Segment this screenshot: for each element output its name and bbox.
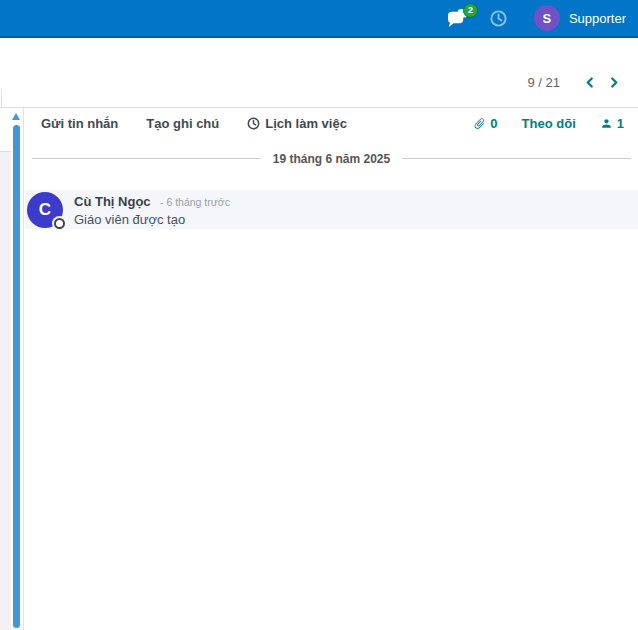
activities-menu-button[interactable] <box>489 9 508 28</box>
message-header: Cù Thị Ngọc - 6 tháng trước <box>74 191 230 211</box>
date-separator: 19 tháng 6 năm 2025 <box>25 138 638 179</box>
person-icon <box>600 117 613 130</box>
chevron-right-icon <box>608 76 620 89</box>
message-author-name: Cù Thị Ngọc <box>74 194 151 209</box>
message-body: Giáo viên được tạo <box>74 212 230 228</box>
separator-line <box>32 158 261 159</box>
follow-button[interactable]: Theo dõi <box>522 116 576 131</box>
pager-value: 9 / 21 <box>527 75 560 90</box>
content-area: Gửi tin nhắn Tạo ghi chú Lịch làm việc <box>0 107 638 630</box>
author-status-icon <box>54 218 65 229</box>
scrollbar-thumb[interactable] <box>13 125 20 628</box>
date-separator-label: 19 tháng 6 năm 2025 <box>273 152 390 166</box>
message-timestamp: - 6 tháng trước <box>160 196 230 208</box>
chatter-toolbar: Gửi tin nhắn Tạo ghi chú Lịch làm việc <box>25 108 638 138</box>
pager-previous-button[interactable] <box>578 70 602 94</box>
clock-icon <box>489 9 508 28</box>
author-avatar-initial: C <box>39 200 51 220</box>
chatter-panel: Gửi tin nhắn Tạo ghi chú Lịch làm việc <box>25 108 638 630</box>
separator-line <box>402 158 631 159</box>
messages-count-badge: 2 <box>463 3 478 18</box>
panel-edge-divider <box>1 89 2 107</box>
log-note-label: Tạo ghi chú <box>146 116 219 131</box>
left-panel-background <box>0 151 11 630</box>
chevron-left-icon <box>584 76 596 89</box>
top-navbar: 2 S Supporter <box>0 0 638 38</box>
send-message-label: Gửi tin nhắn <box>41 116 118 131</box>
user-menu-button[interactable]: S Supporter <box>534 5 626 31</box>
paperclip-icon <box>471 114 489 132</box>
schedule-activity-label: Lịch làm việc <box>265 116 347 131</box>
chatter-toolbar-right: 0 Theo dõi 1 <box>473 116 624 131</box>
message-content: Cù Thị Ngọc - 6 tháng trước Giáo viên đư… <box>74 191 230 228</box>
pager-next-button[interactable] <box>602 70 626 94</box>
message-row[interactable]: C Cù Thị Ngọc - 6 tháng trước Giáo viên … <box>25 190 638 229</box>
followers-count: 1 <box>617 116 624 131</box>
user-name-label: Supporter <box>569 11 626 26</box>
send-message-button[interactable]: Gửi tin nhắn <box>41 116 118 131</box>
followers-button[interactable]: 1 <box>600 116 624 131</box>
messages-menu-button[interactable]: 2 <box>446 9 469 28</box>
follow-label: Theo dõi <box>522 116 576 131</box>
attachments-button[interactable]: 0 <box>473 116 497 131</box>
log-note-button[interactable]: Tạo ghi chú <box>146 116 219 131</box>
scroll-up-arrow-icon[interactable] <box>12 113 20 120</box>
attachments-count: 0 <box>490 116 497 131</box>
record-pager: 9 / 21 <box>527 70 626 94</box>
activity-clock-icon <box>247 117 260 130</box>
user-avatar: S <box>534 5 560 31</box>
schedule-activity-button[interactable]: Lịch làm việc <box>247 116 347 131</box>
vertical-scrollbar[interactable] <box>12 109 20 630</box>
author-avatar: C <box>27 192 63 228</box>
vertical-divider <box>23 108 24 630</box>
app-window: 2 S Supporter 9 / 21 <box>0 0 638 630</box>
